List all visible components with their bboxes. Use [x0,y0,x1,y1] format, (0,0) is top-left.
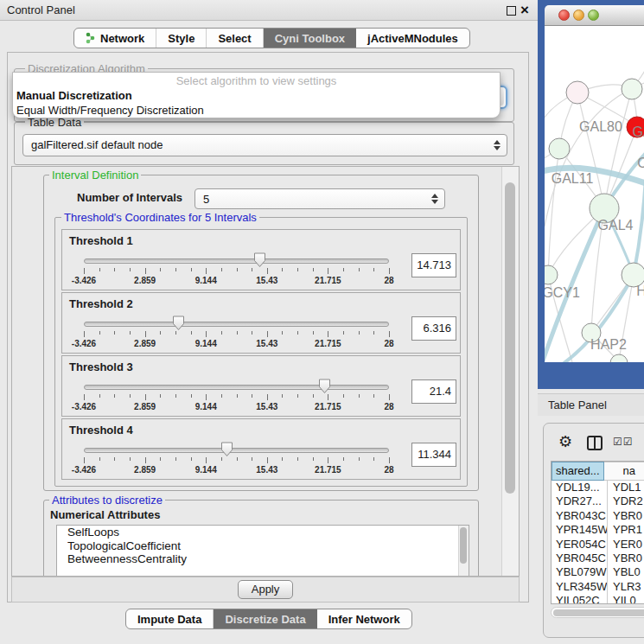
float-window-icon[interactable] [507,6,516,16]
table-cell-name: YIL0 [608,594,644,604]
tick-mark [114,331,115,335]
number-of-intervals-select[interactable]: 5 [194,188,445,209]
tab-jactivemnodules[interactable]: jActiveMNodules [356,29,469,48]
table-row[interactable]: YPR145WYPR1 [552,523,644,537]
tick-mark [84,268,85,274]
network-icon [86,32,96,44]
network-node-label: C [637,156,644,170]
tick-mark [373,331,374,335]
table-data-select[interactable]: galFiltered.sif default node [22,134,507,156]
threshold-value-field[interactable]: 14.713 [411,253,456,277]
mac-close-icon[interactable] [558,10,570,21]
tick-mark [359,331,360,335]
table-horizontal-scrollbar[interactable] [551,607,644,618]
node-table[interactable]: shared... na YDL19...YDL1YDR27...YDR2YBR… [551,461,644,604]
control-panel: Control Panel × Network Style Select Cyn… [0,0,538,644]
table-row[interactable]: YBR045CYBR0 [552,552,644,565]
tick-mark [252,331,252,335]
table-row[interactable]: YBL079WYBL0 [552,565,644,579]
threshold-slider[interactable] [84,378,389,395]
scrollbar-thumb[interactable] [553,609,644,616]
table-cell-shared-name: YDR27... [552,494,608,508]
tick-label: 2.859 [134,276,156,285]
tab-network[interactable]: Network [74,29,156,48]
slider-thumb[interactable] [220,442,233,457]
attributes-group-title: Attributes to discretize [49,494,165,507]
tick-mark [237,457,238,461]
apply-button[interactable]: Apply [238,580,293,599]
tick-label: 15.43 [256,465,277,475]
scrollbar-thumb[interactable] [460,527,467,564]
slider-thumb[interactable] [318,379,331,394]
network-canvas[interactable]: GAL80GACGAL11GAL4GCY1HHAP2 [545,26,644,362]
tick-mark [297,268,298,271]
tab-infer-network[interactable]: Infer Network [317,609,411,628]
tab-label: Select [218,32,251,45]
tick-mark [191,457,192,461]
network-node[interactable] [549,138,570,159]
table-cell-name: YBR0 [608,552,644,565]
threshold-value-field[interactable]: 21.4 [411,379,456,404]
table-panel-titlebar: Table Panel [538,393,644,416]
table-row[interactable]: YBR043CYBR0 [552,509,644,523]
split-columns-icon[interactable] [587,436,603,450]
threshold-value-field[interactable]: 11.344 [411,443,456,467]
table-row[interactable]: YLR345WYLR3 [552,580,644,594]
attribute-list-item[interactable]: SelfLoops [57,526,469,539]
network-node[interactable] [622,79,642,99]
table-row[interactable]: YER054CYER0 [552,538,644,552]
slider-thumb[interactable] [253,252,266,268]
table-cell-name: YBR0 [608,509,644,523]
tick-mark [221,331,222,335]
mac-minimize-icon[interactable] [573,10,584,21]
mac-zoom-icon[interactable] [588,10,599,21]
tick-mark [145,394,146,400]
attributes-scrollbar[interactable] [458,526,469,576]
column-header-name[interactable]: na [604,462,644,481]
gear-icon[interactable]: ⚙ [558,434,572,450]
tick-mark [114,394,115,398]
attribute-list-item[interactable]: BetweennessCentrality [57,552,469,566]
column-header-shared-name[interactable]: shared... [552,462,604,481]
attribute-list-item[interactable]: TopologicalCoefficient [57,539,469,553]
dropdown-option-equal-width-frequency[interactable]: Equal Width/Frequency Discretization [13,103,500,118]
tick-mark [313,394,314,398]
table-cell-shared-name: YBL079W [552,565,608,579]
threshold-slider[interactable] [84,315,389,332]
tab-impute-data[interactable]: Impute Data [126,609,214,628]
threshold-slider[interactable] [84,441,389,458]
tick-label: -3.426 [72,276,96,285]
checkbox-icons[interactable]: ☑☑ [613,436,634,448]
tab-select[interactable]: Select [207,29,263,48]
tick-label: 21.715 [315,276,341,285]
scrollbar-thumb[interactable] [505,182,515,494]
settings-scrollbar[interactable] [501,167,519,576]
tab-discretize-data[interactable]: Discretize Data [214,609,316,628]
tick-mark [114,268,115,271]
control-panel-title: Control Panel [7,0,75,21]
network-node[interactable] [545,265,558,284]
numerical-attributes-list[interactable]: SelfLoopsTopologicalCoefficientBetweenne… [56,525,469,577]
slider-ticks [84,268,389,275]
table-cell-shared-name: YBR045C [552,552,608,565]
tick-mark [328,394,328,400]
tick-mark [328,268,328,274]
dropdown-option-manual-discretization[interactable]: Manual Discretization [13,88,500,103]
threshold-value-field[interactable]: 6.316 [411,316,456,341]
tab-style[interactable]: Style [156,29,207,48]
close-icon[interactable]: × [520,0,529,21]
tick-label: 9.144 [195,402,217,411]
tick-label: 21.715 [315,339,341,348]
network-node[interactable] [566,81,589,104]
table-row[interactable]: YDL19...YDL1 [552,481,644,494]
network-view-window: GAL80GACGAL11GAL4GCY1HHAP2 [538,0,644,389]
table-row[interactable]: YDR27...YDR2 [552,494,644,508]
tick-mark [99,331,100,335]
table-data-selected-value: galFiltered.sif default node [31,135,163,156]
tab-cyni-toolbox[interactable]: Cyni Toolbox [264,29,356,48]
table-cell-name: YDL1 [608,481,644,494]
threshold-slider[interactable] [84,252,389,269]
slider-thumb[interactable] [172,316,185,331]
tick-mark [175,457,176,461]
table-row[interactable]: YIL052CYIL0 [552,594,644,604]
